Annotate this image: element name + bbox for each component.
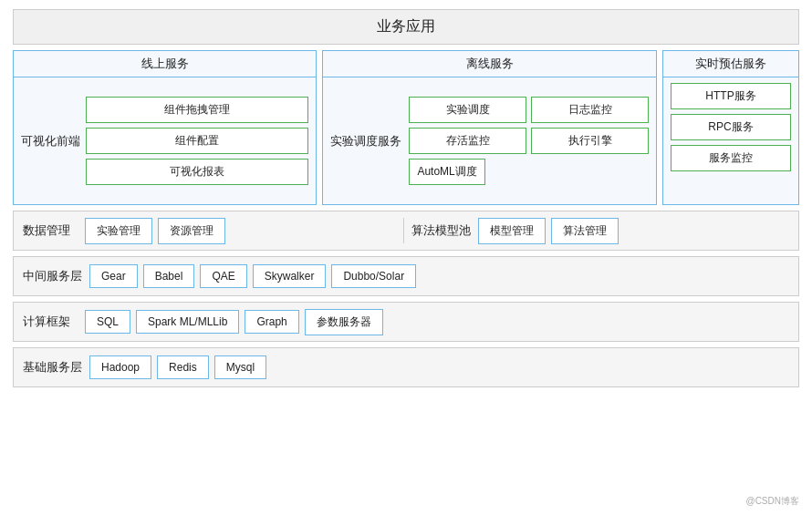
- realtime-service-items: HTTP服务 RPC服务 服务监控: [663, 77, 798, 204]
- middleware-item-1: Babel: [143, 264, 195, 288]
- data-management-items: 实验管理 资源管理: [85, 218, 396, 244]
- offline-item-r2c2: 执行引擎: [531, 128, 649, 154]
- offline-item-r2c1: 存活监控: [409, 128, 526, 154]
- compute-row: 计算框架 SQL Spark ML/MLLib Graph 参数服务器: [13, 302, 799, 342]
- middleware-items: Gear Babel QAE Skywalker Dubbo/Solar: [89, 264, 789, 288]
- online-item-2: 可视化报表: [86, 159, 308, 185]
- watermark: @CSDN博客: [746, 495, 800, 508]
- online-service-header: 线上服务: [14, 51, 316, 77]
- page-title: 业务应用: [13, 9, 799, 45]
- base-item-2: Mysql: [214, 355, 266, 379]
- offline-service-grid: 实验调度 日志监控 存活监控 执行引擎 AutoML调度: [409, 97, 649, 185]
- realtime-service-box: 实时预估服务 HTTP服务 RPC服务 服务监控: [662, 50, 799, 205]
- offline-item-r1c2: 日志监控: [531, 97, 649, 123]
- offline-service-header: 离线服务: [323, 51, 656, 77]
- compute-item-3: 参数服务器: [305, 309, 383, 335]
- data-mgmt-item-1: 资源管理: [158, 218, 225, 244]
- realtime-service-header: 实时预估服务: [663, 51, 798, 77]
- base-item-1: Redis: [157, 355, 209, 379]
- data-algorithm-row: 数据管理 实验管理 资源管理 算法模型池 模型管理 算法管理: [13, 211, 799, 251]
- middleware-item-2: QAE: [200, 264, 246, 288]
- compute-item-0: SQL: [85, 310, 130, 334]
- realtime-item-0: HTTP服务: [671, 83, 791, 109]
- compute-label: 计算框架: [23, 314, 78, 330]
- online-service-label: 可视化前端: [21, 133, 80, 149]
- middleware-label: 中间服务层: [23, 268, 82, 284]
- online-service-items: 组件拖拽管理 组件配置 可视化报表: [86, 97, 308, 185]
- vertical-divider: [403, 218, 404, 243]
- offline-service-label: 实验调度服务: [330, 133, 401, 149]
- data-management-label: 数据管理: [23, 222, 78, 239]
- compute-item-2: Graph: [245, 310, 298, 334]
- online-item-0: 组件拖拽管理: [86, 97, 308, 123]
- middleware-item-4: Dubbo/Solar: [331, 264, 416, 288]
- middleware-item-0: Gear: [89, 264, 138, 288]
- algo-item-1: 算法管理: [551, 218, 619, 244]
- algorithm-pool-label: 算法模型池: [411, 222, 471, 239]
- base-label: 基础服务层: [23, 359, 82, 376]
- online-item-1: 组件配置: [86, 128, 308, 154]
- offline-item-r1c1: 实验调度: [409, 97, 526, 123]
- base-item-0: Hadoop: [89, 355, 151, 379]
- online-service-box: 线上服务 可视化前端 组件拖拽管理 组件配置 可视化报表: [13, 50, 317, 205]
- realtime-item-2: 服务监控: [671, 145, 791, 171]
- realtime-item-1: RPC服务: [671, 114, 791, 140]
- middleware-row: 中间服务层 Gear Babel QAE Skywalker Dubbo/Sol…: [13, 256, 799, 296]
- offline-item-r3c1: AutoML调度: [409, 159, 484, 185]
- middleware-item-3: Skywalker: [253, 264, 327, 288]
- base-items: Hadoop Redis Mysql: [89, 355, 789, 379]
- compute-items: SQL Spark ML/MLLib Graph 参数服务器: [85, 309, 789, 335]
- data-mgmt-item-0: 实验管理: [85, 218, 152, 244]
- base-row: 基础服务层 Hadoop Redis Mysql: [13, 347, 799, 387]
- top-services-row: 线上服务 可视化前端 组件拖拽管理 组件配置 可视化报表 离线服务 实验调度服务…: [13, 50, 799, 205]
- offline-service-box: 离线服务 实验调度服务 实验调度 日志监控 存活监控 执行引擎 AutoML调度: [322, 50, 657, 205]
- algo-item-0: 模型管理: [478, 218, 546, 244]
- algorithm-pool-items: 模型管理 算法管理: [478, 218, 789, 244]
- compute-item-1: Spark ML/MLLib: [136, 310, 239, 334]
